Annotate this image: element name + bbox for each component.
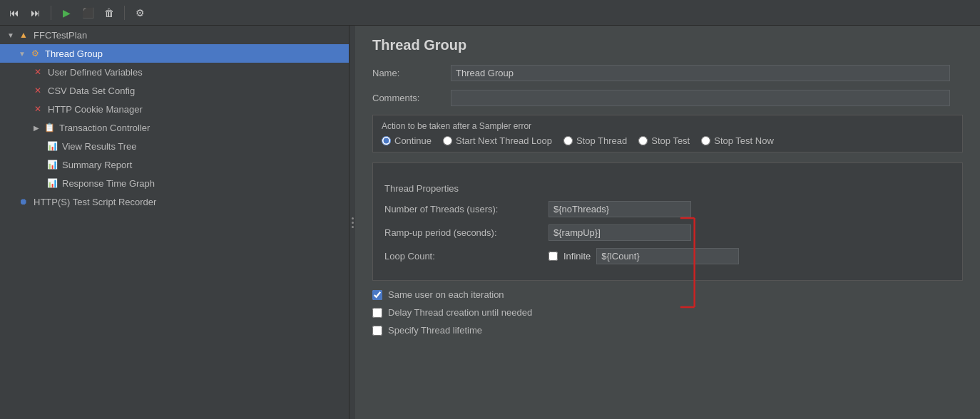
radio-continue-label[interactable]: Continue xyxy=(382,135,432,146)
tree-label-transaction-controller: Transaction Controller xyxy=(59,123,343,133)
same-user-label: Same user on each iteration xyxy=(388,289,504,300)
toolbar: ⏮ ⏭ ▶ ⬛ 🗑 ⚙ xyxy=(0,0,980,26)
radio-start-next[interactable] xyxy=(443,136,452,145)
toolbar-btn-run[interactable]: ▶ xyxy=(58,4,75,21)
tree-label-thread-group: Thread Group xyxy=(45,48,343,59)
tree-item-ffctestplan[interactable]: ▼ ▲ FFCTestPlan xyxy=(0,26,349,44)
loop-count-controls: Infinite xyxy=(548,248,739,264)
main-layout: ▼ ▲ FFCTestPlan ▼ ⚙ Thread Group ✕ User … xyxy=(0,26,980,419)
toolbar-sep-2 xyxy=(124,6,125,20)
tree-label-http-cookie: HTTP Cookie Manager xyxy=(48,104,343,115)
divider-dot-2 xyxy=(352,222,354,224)
delay-thread-label: Delay Thread creation until needed xyxy=(388,307,532,318)
comments-label: Comments: xyxy=(372,93,451,103)
tree-item-user-defined-vars[interactable]: ✕ User Defined Variables xyxy=(0,63,349,81)
tree-item-csv-data[interactable]: ✕ CSV Data Set Config xyxy=(0,81,349,100)
toolbar-sep-1 xyxy=(51,6,51,20)
radio-continue-text: Continue xyxy=(394,135,432,146)
tc-icon: 📋 xyxy=(43,121,56,134)
panel-title: Thread Group xyxy=(372,37,963,53)
radio-stop-test-now[interactable] xyxy=(701,136,710,145)
expand-arrow-thread-group[interactable]: ▼ xyxy=(17,48,27,58)
toolbar-btn-1[interactable]: ⏮ xyxy=(6,4,23,21)
delay-thread-checkbox[interactable] xyxy=(372,308,382,318)
radio-stop-test-text: Stop Test xyxy=(651,135,690,146)
threads-label: Number of Threads (users): xyxy=(384,204,548,214)
x-icon-http-cookie: ✕ xyxy=(31,103,44,115)
divider-dot-1 xyxy=(352,217,354,219)
panel-divider xyxy=(349,26,355,419)
radio-stop-test-now-label[interactable]: Stop Test Now xyxy=(701,135,774,146)
left-panel: ▼ ▲ FFCTestPlan ▼ ⚙ Thread Group ✕ User … xyxy=(0,26,349,419)
threads-row: Number of Threads (users): xyxy=(384,201,951,217)
rampup-row: Ramp-up period (seconds): xyxy=(384,224,951,241)
tree-item-http-cookie[interactable]: ✕ HTTP Cookie Manager xyxy=(0,100,349,118)
tree-label-view-results-tree: View Results Tree xyxy=(62,141,343,152)
radio-start-next-label[interactable]: Start Next Thread Loop xyxy=(443,135,552,146)
rampup-input[interactable] xyxy=(548,224,691,241)
comments-input[interactable] xyxy=(451,90,950,106)
radio-start-next-text: Start Next Thread Loop xyxy=(456,135,552,146)
radio-stop-thread[interactable] xyxy=(563,136,573,145)
name-label: Name: xyxy=(372,68,451,78)
tree-label-ffctestplan: FFCTestPlan xyxy=(34,30,343,41)
chart-icon-response-time: 📊 xyxy=(46,177,58,190)
tree-label-user-defined-vars: User Defined Variables xyxy=(48,67,343,78)
same-user-row: Same user on each iteration xyxy=(372,289,963,300)
chart-icon-summary: 📊 xyxy=(46,158,58,171)
rec-icon: ⏺ xyxy=(17,195,30,208)
radio-stop-test[interactable] xyxy=(638,136,648,145)
right-panel: Thread Group Name: Comments: Action to b… xyxy=(355,26,980,419)
right-panel-wrapper: Thread Group Name: Comments: Action to b… xyxy=(355,26,980,419)
tree-label-summary-report: Summary Report xyxy=(62,160,343,170)
tree-item-https-recorder[interactable]: ⏺ HTTP(S) Test Script Recorder xyxy=(0,192,349,211)
threads-input[interactable] xyxy=(548,201,691,217)
tree-item-summary-report[interactable]: 📊 Summary Report xyxy=(0,155,349,174)
tree-item-thread-group[interactable]: ▼ ⚙ Thread Group xyxy=(0,44,349,63)
x-icon-user-vars: ✕ xyxy=(31,66,44,78)
divider-dot-3 xyxy=(352,226,354,228)
radio-stop-test-label[interactable]: Stop Test xyxy=(638,135,690,146)
name-row: Name: xyxy=(372,65,963,81)
delay-thread-row: Delay Thread creation until needed xyxy=(372,307,963,318)
comments-row: Comments: xyxy=(372,90,963,106)
rampup-label: Ramp-up period (seconds): xyxy=(384,227,548,238)
radio-stop-thread-label[interactable]: Stop Thread xyxy=(563,135,627,146)
loop-count-label: Loop Count: xyxy=(384,251,548,262)
toolbar-btn-settings[interactable]: ⚙ xyxy=(131,4,148,21)
specify-lifetime-label: Specify Thread lifetime xyxy=(388,325,482,336)
toolbar-btn-clear[interactable]: 🗑 xyxy=(101,4,118,21)
tree-item-transaction-controller[interactable]: ▶ 📋 Transaction Controller xyxy=(0,118,349,137)
specify-lifetime-checkbox[interactable] xyxy=(372,326,382,336)
radio-continue[interactable] xyxy=(382,136,391,145)
tree-item-response-time[interactable]: 📊 Response Time Graph xyxy=(0,174,349,192)
thread-props-title: Thread Properties xyxy=(384,183,951,194)
infinite-label: Infinite xyxy=(563,251,591,262)
tree-label-https-recorder: HTTP(S) Test Script Recorder xyxy=(34,197,343,207)
loop-count-row: Loop Count: Infinite xyxy=(384,248,951,264)
expand-arrow-transaction[interactable]: ▶ xyxy=(31,123,41,133)
toolbar-btn-2[interactable]: ⏭ xyxy=(27,4,44,21)
toolbar-btn-stop[interactable]: ⬛ xyxy=(79,4,96,21)
x-icon-csv: ✕ xyxy=(31,84,44,97)
tree-label-csv-data: CSV Data Set Config xyxy=(48,86,343,96)
specify-lifetime-row: Specify Thread lifetime xyxy=(372,325,963,336)
radio-stop-thread-text: Stop Thread xyxy=(576,135,627,146)
name-input[interactable] xyxy=(451,65,950,81)
tree-item-view-results-tree[interactable]: 📊 View Results Tree xyxy=(0,137,349,155)
chart-icon-view-results: 📊 xyxy=(46,140,58,152)
tree-label-response-time: Response Time Graph xyxy=(62,178,343,189)
sampler-error-title: Action to be taken after a Sampler error xyxy=(382,121,954,131)
sampler-error-section: Action to be taken after a Sampler error… xyxy=(372,115,963,152)
gear-icon-thread-group: ⚙ xyxy=(29,47,41,60)
thread-properties-section: Thread Properties Number of Threads (use… xyxy=(372,162,963,281)
same-user-checkbox[interactable] xyxy=(372,290,382,300)
radio-stop-test-now-text: Stop Test Now xyxy=(714,135,774,146)
testplan-icon: ▲ xyxy=(17,29,30,41)
expand-arrow-ffctestplan[interactable]: ▼ xyxy=(6,30,16,40)
loop-count-input[interactable] xyxy=(596,248,739,264)
infinite-checkbox[interactable] xyxy=(548,252,558,261)
